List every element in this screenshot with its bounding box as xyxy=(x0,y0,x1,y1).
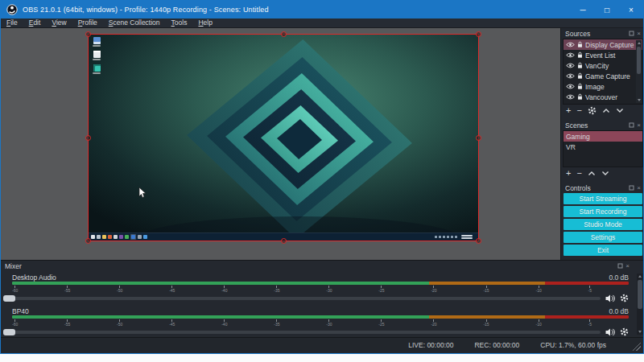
selection-handle[interactable] xyxy=(281,31,287,37)
tray-icon xyxy=(439,236,441,238)
desktop-wallpaper-cube xyxy=(89,35,478,241)
obs-window: OBS 21.0.1 (64bit, windows) - Profile: 1… xyxy=(0,0,644,354)
source-label: VanCity xyxy=(585,62,609,70)
volume-slider-handle[interactable] xyxy=(3,329,15,335)
channel-settings-gear-icon[interactable] xyxy=(620,291,629,306)
selection-handle[interactable] xyxy=(85,135,91,141)
exit-button[interactable]: Exit xyxy=(564,245,642,256)
dock-close-icon[interactable]: × xyxy=(637,122,641,129)
screenshot-stage: OBS 21.0.1 (64bit, windows) - Profile: 1… xyxy=(0,0,644,362)
volume-slider-handle[interactable] xyxy=(3,295,15,302)
display-capture-preview[interactable] xyxy=(89,35,478,241)
selection-handle[interactable] xyxy=(281,238,287,244)
lock-icon[interactable] xyxy=(577,83,583,90)
scene-label: Gaming xyxy=(566,133,590,141)
lock-icon[interactable] xyxy=(577,51,583,59)
volume-slider[interactable] xyxy=(12,297,601,300)
window-resize-grip[interactable] xyxy=(633,343,641,351)
source-row-game-capture[interactable]: Game Capture xyxy=(564,71,642,81)
preview-canvas[interactable] xyxy=(1,28,560,260)
menu-tools[interactable]: Tools xyxy=(166,19,193,27)
move-scene-up-chevron-icon[interactable] xyxy=(588,171,596,176)
visibility-eye-icon[interactable] xyxy=(566,63,575,68)
selection-handle[interactable] xyxy=(85,31,91,37)
menu-edit[interactable]: Edit xyxy=(23,19,47,27)
source-row-vancity[interactable]: VanCity xyxy=(564,60,642,71)
mixer-scrollbar[interactable] xyxy=(637,274,643,335)
scene-row-gaming[interactable]: Gaming xyxy=(564,131,642,142)
cpu-fps: CPU: 1.7%, 60.00 fps xyxy=(540,341,606,349)
add-scene-button[interactable]: + xyxy=(566,169,571,178)
dock-float-icon[interactable] xyxy=(617,263,623,269)
sources-scrollbar-thumb[interactable] xyxy=(637,47,641,74)
minimize-button[interactable]: ─ xyxy=(571,1,595,19)
sources-scrollbar[interactable] xyxy=(636,40,642,103)
mixer-scrollbar-thumb[interactable] xyxy=(638,280,642,309)
taskbar-system-tray xyxy=(435,235,473,239)
selection-handle[interactable] xyxy=(476,135,481,141)
remove-source-button[interactable]: − xyxy=(576,106,581,115)
maximize-button[interactable]: □ xyxy=(595,1,619,19)
taskbar-icon xyxy=(119,235,123,239)
menu-view[interactable]: View xyxy=(46,19,72,27)
source-row-image[interactable]: Image xyxy=(564,81,642,92)
volume-slider[interactable] xyxy=(12,331,601,334)
meter-green-zone xyxy=(12,282,429,285)
source-row-vancouver[interactable]: Vancouver xyxy=(564,92,642,102)
desktop-icon-3-label xyxy=(93,72,101,74)
selection-handle[interactable] xyxy=(85,238,91,244)
studio-mode-button[interactable]: Studio Mode xyxy=(564,219,642,230)
title-bar: OBS 21.0.1 (64bit, windows) - Profile: 1… xyxy=(1,1,643,19)
sources-list: Display Capture Event List VanCity Game … xyxy=(563,39,643,105)
menu-file[interactable]: File xyxy=(1,19,23,27)
taskbar-icon xyxy=(114,235,118,239)
menu-help[interactable]: Help xyxy=(192,19,217,27)
scene-row-vr[interactable]: VR xyxy=(564,142,642,152)
dock-float-icon[interactable] xyxy=(629,122,634,128)
settings-button[interactable]: Settings xyxy=(564,232,642,243)
desktop-icon-2 xyxy=(91,51,102,60)
dock-close-icon[interactable]: × xyxy=(637,31,641,37)
move-source-down-chevron-icon[interactable] xyxy=(616,108,624,113)
selection-handle[interactable] xyxy=(476,238,481,244)
dock-close-icon[interactable]: × xyxy=(625,263,630,269)
obs-logo-icon xyxy=(6,4,18,15)
source-row-event-list[interactable]: Event List xyxy=(564,50,642,60)
start-recording-button[interactable]: Start Recording xyxy=(564,206,642,217)
add-source-button[interactable]: + xyxy=(566,106,571,115)
remove-scene-button[interactable]: − xyxy=(576,169,581,178)
selection-handle[interactable] xyxy=(476,31,481,37)
source-row-display-capture[interactable]: Display Capture xyxy=(564,39,642,50)
desktop-icon-2-label xyxy=(93,59,101,60)
scenes-panel-header: Scenes × xyxy=(563,120,643,130)
visibility-eye-icon[interactable] xyxy=(566,84,575,89)
start-streaming-button[interactable]: Start Streaming xyxy=(564,193,642,204)
visibility-eye-icon[interactable] xyxy=(566,73,575,79)
dock-float-icon[interactable] xyxy=(629,31,634,36)
meter-orange-zone xyxy=(429,282,545,285)
visibility-eye-icon[interactable] xyxy=(566,94,575,100)
move-scene-down-chevron-icon[interactable] xyxy=(601,171,609,176)
tray-icon xyxy=(435,236,437,238)
meter-scale-ticks: -60-55-50-45-40-35-30-25-20-15-10-5 xyxy=(12,319,592,327)
visibility-eye-icon[interactable] xyxy=(566,42,575,47)
visibility-eye-icon[interactable] xyxy=(566,52,575,58)
dock-close-icon[interactable]: × xyxy=(637,185,641,191)
lock-icon[interactable] xyxy=(577,41,583,48)
meter-green-zone xyxy=(12,315,429,319)
lock-icon[interactable] xyxy=(577,62,583,69)
meter-scale-ticks: -60-55-50-45-40-35-30-25-20-15-10-5 xyxy=(12,286,592,293)
scene-label: VR xyxy=(566,143,576,151)
menu-profile[interactable]: Profile xyxy=(72,19,103,27)
speaker-icon[interactable] xyxy=(605,291,615,306)
dock-float-icon[interactable] xyxy=(629,185,634,191)
menu-scene-collection[interactable]: Scene Collection xyxy=(103,19,166,27)
mixer-channel-bp40: BP40 0.0 dB -60-55-50-45-40-35-30-25-20-… xyxy=(12,306,629,337)
controls-panel: Controls × Start Streaming Start Recordi… xyxy=(563,183,643,256)
lock-icon[interactable] xyxy=(577,72,583,80)
move-source-up-chevron-icon[interactable] xyxy=(602,108,610,113)
lock-icon[interactable] xyxy=(577,93,583,101)
close-button[interactable]: × xyxy=(619,1,643,19)
source-properties-gear-icon[interactable] xyxy=(588,106,597,115)
taskbar-app-icons xyxy=(91,234,147,240)
